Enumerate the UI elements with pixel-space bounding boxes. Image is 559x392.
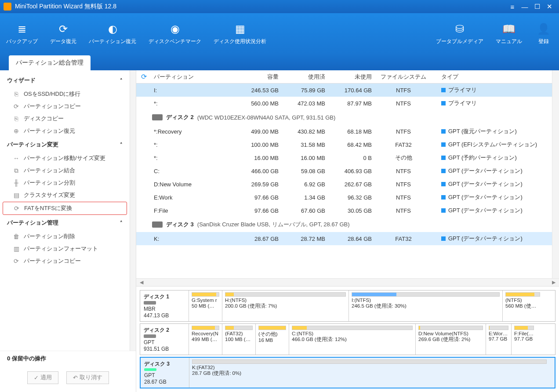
partition-row[interactable]: *:560.00 MB472.03 MB87.97 MBNTFSプライマリ bbox=[136, 97, 552, 110]
pending-operations-label: 0 保留中の操作 bbox=[0, 351, 136, 366]
migrate-os-icon: ⎘ bbox=[12, 91, 20, 98]
col-type[interactable]: タイプ bbox=[432, 73, 552, 81]
sidebar-item-label: パーティションフォーマット bbox=[24, 245, 98, 253]
partition-row[interactable]: F:File97.66 GB67.60 GB30.05 GBNTFSGPT (デ… bbox=[136, 204, 552, 217]
col-capacity[interactable]: 容量 bbox=[230, 73, 281, 81]
partition-row[interactable]: E:Work97.66 GB1.34 GB96.32 GBNTFSGPT (デー… bbox=[136, 191, 552, 204]
toolbar-partition-recovery[interactable]: ◐パーティション復元 bbox=[83, 13, 142, 54]
sidebar-item-label: パーティション復元 bbox=[24, 127, 75, 135]
disk-map[interactable]: ディスク 2GPT931.51 GBRecovery(N499 MB (使用済:… bbox=[140, 323, 555, 355]
toolbar-backup[interactable]: ≣バックアップ bbox=[0, 13, 44, 54]
disk-map-partition[interactable]: K:(FAT32)28.7 GB (使用済: 0%) bbox=[189, 358, 549, 388]
toolbar-manual[interactable]: 📖マニュアル bbox=[490, 13, 528, 54]
sidebar-item-cluster-size[interactable]: ▤クラスタサイズ変更 bbox=[0, 189, 130, 201]
col-partition[interactable]: パーティション bbox=[151, 73, 230, 81]
sidebar-item-fat-to-ntfs[interactable]: ⟳FATをNTFSに変換 bbox=[3, 202, 127, 215]
type-color-icon bbox=[441, 101, 446, 105]
merge-icon: ⧉ bbox=[12, 167, 20, 174]
sidebar-item-format[interactable]: ▥パーティションフォーマット bbox=[0, 243, 130, 255]
sidebar-item-label: FATをNTFSに変換 bbox=[24, 204, 72, 212]
sidebar-item-merge[interactable]: ⧉パーティション結合 bbox=[0, 164, 130, 177]
cancel-button[interactable]: ↶取り消す bbox=[66, 371, 109, 384]
toolbar-disk-benchmark[interactable]: ◉ディスクベンチマーク bbox=[142, 13, 207, 54]
sidebar-item-label: パーティション削除 bbox=[24, 232, 75, 240]
sidebar-item-migrate-os[interactable]: ⎘OSをSSD/HDDに移行 bbox=[0, 88, 130, 100]
sidebar-item-split[interactable]: ╫パーティション分割 bbox=[0, 177, 130, 189]
partition-row[interactable]: C:466.00 GB59.08 GB406.93 GBNTFSGPT (データ… bbox=[136, 164, 552, 178]
disk-map-partition[interactable]: D:New Volume(NTFS)269.6 GB (使用済: 2%) bbox=[415, 324, 486, 355]
sidebar-item-copy[interactable]: ⟳パーティションコピー bbox=[0, 255, 130, 267]
table-hscrollbar[interactable]: ◀▶ bbox=[136, 278, 559, 286]
type-color-icon bbox=[441, 208, 446, 213]
tab-bar: パーティション総合管理 bbox=[0, 54, 559, 70]
disk-map-partition[interactable]: (FAT32)100 MB (使用済: 31%) bbox=[222, 324, 255, 355]
toolbar-register[interactable]: 👤登録 bbox=[528, 13, 559, 54]
disk-map-partition[interactable]: Recovery(N499 MB (使用済: 86%) bbox=[189, 324, 222, 355]
sidebar-item-label: パーティションコピー bbox=[24, 257, 81, 265]
table-header: ⟳ パーティション 容量 使用済 未使用 ファイルシステム タイプ bbox=[136, 70, 552, 83]
table-vscrollbar[interactable] bbox=[552, 70, 559, 278]
partition-row[interactable]: *:100.00 MB31.58 MB68.42 MBFAT32GPT (EFI… bbox=[136, 138, 552, 151]
partition-row[interactable]: *:16.00 MB16.00 MB0 Bその他GPT (予約パーティション) bbox=[136, 151, 552, 164]
section-header[interactable]: パーティション管理˄ bbox=[0, 215, 130, 230]
disk-maps: ディスク 1MBR447.13 GBG:System r50 MB (使用済: … bbox=[136, 286, 559, 392]
toolbar-data-recovery[interactable]: ⟳データ復元 bbox=[44, 13, 83, 54]
disk-header[interactable]: ディスク 2 (WDC WD10EZEX-08WN4A0 SATA, GPT, … bbox=[136, 110, 552, 125]
toolbar-label: パーティション復元 bbox=[89, 38, 136, 45]
format-icon: ▥ bbox=[12, 245, 20, 252]
toolbar-label: ブータブルメディア bbox=[436, 38, 483, 45]
section-header[interactable]: パーティション変更˄ bbox=[0, 137, 130, 152]
type-color-icon bbox=[441, 195, 446, 200]
menu-icon[interactable]: ≡ bbox=[506, 3, 519, 11]
sidebar-scrollbar[interactable] bbox=[130, 70, 136, 351]
sidebar-item-label: OSをSSD/HDDに移行 bbox=[24, 90, 80, 98]
type-color-icon bbox=[441, 156, 446, 160]
disk-header[interactable]: ディスク 3 (SanDisk Cruzer Blade USB, リムーバブル… bbox=[136, 217, 552, 232]
disk-map[interactable]: ディスク 3GPT28.67 GBK:(FAT32)28.7 GB (使用済: … bbox=[140, 357, 555, 388]
app-logo-icon bbox=[4, 3, 11, 11]
disk-map-partition[interactable]: G:System r50 MB (使用済: 90%) bbox=[189, 290, 222, 321]
disk-map[interactable]: ディスク 1MBR447.13 GBG:System r50 MB (使用済: … bbox=[140, 290, 555, 322]
sidebar-item-partition-restore[interactable]: ⊕パーティション復元 bbox=[0, 125, 130, 137]
disk-map-partition[interactable]: I:(NTFS)246.5 GB (使用済: 30%) bbox=[348, 290, 502, 321]
sidebar-item-label: パーティションコピー bbox=[24, 102, 81, 110]
col-filesystem[interactable]: ファイルシステム bbox=[374, 73, 432, 81]
sidebar-item-disk-copy[interactable]: ⎘ディスクコピー bbox=[0, 113, 130, 125]
chevron-up-icon: ˄ bbox=[120, 78, 123, 83]
sidebar-item-move-resize[interactable]: ↔パーティション移動/サイズ変更 bbox=[0, 152, 130, 164]
partition-row[interactable]: *:Recovery499.00 MB430.82 MB68.18 MBNTFS… bbox=[136, 125, 552, 138]
sidebar-item-partition-copy[interactable]: ⟳パーティションコピー bbox=[0, 100, 130, 113]
partition-row[interactable]: I:246.53 GB75.89 GB170.64 GBNTFSプライマリ bbox=[136, 83, 552, 97]
col-used[interactable]: 使用済 bbox=[281, 73, 328, 81]
titlebar: MiniTool Partition Wizard 無料版 12.8 ≡ — ☐… bbox=[0, 0, 559, 13]
disk-map-partition[interactable]: (その他)16 MB bbox=[255, 324, 289, 355]
copy-icon: ⟳ bbox=[12, 258, 20, 265]
disk-map-partition[interactable]: H:(NTFS)200.0 GB (使用済: 7%) bbox=[222, 290, 348, 321]
tab-partition-management[interactable]: パーティション総合管理 bbox=[9, 55, 91, 70]
toolbar-bootable-media[interactable]: ⛁ブータブルメディア bbox=[430, 13, 490, 54]
disk-icon bbox=[144, 301, 156, 305]
window-title: MiniTool Partition Wizard 無料版 12.8 bbox=[15, 3, 506, 11]
sidebar-item-label: ディスクコピー bbox=[24, 115, 64, 123]
type-color-icon bbox=[441, 88, 446, 92]
maximize-button[interactable]: ☐ bbox=[531, 3, 543, 11]
close-button[interactable]: ✕ bbox=[543, 3, 555, 11]
chevron-up-icon: ˄ bbox=[120, 220, 123, 226]
minimize-button[interactable]: — bbox=[519, 3, 531, 11]
disk-map-partition[interactable]: C:(NTFS)466.0 GB (使用済: 12%) bbox=[289, 324, 415, 355]
apply-button[interactable]: ✓適用 bbox=[27, 371, 58, 384]
disk-map-partition[interactable]: (NTFS)560 MB (使用済: 84%) bbox=[502, 290, 543, 321]
toolbar-space-analyzer[interactable]: ▦ディスク使用状況分析 bbox=[207, 13, 272, 54]
type-color-icon bbox=[441, 129, 446, 134]
col-free[interactable]: 未使用 bbox=[328, 73, 374, 81]
partition-recovery-icon: ◐ bbox=[105, 22, 120, 36]
disk-map-partition[interactable]: E:Work(NTFS)97.7 GB bbox=[486, 324, 511, 355]
partition-row[interactable]: D:New Volume269.59 GB6.92 GB262.67 GBNTF… bbox=[136, 178, 552, 191]
backup-icon: ≣ bbox=[15, 22, 29, 36]
disk-map-partition[interactable]: F:File(NTFS)97.7 GB bbox=[511, 324, 537, 355]
sidebar-item-delete[interactable]: 🗑パーティション削除 bbox=[0, 230, 130, 243]
partition-row[interactable]: K:28.67 GB28.72 MB28.64 GBFAT32GPT (データパ… bbox=[136, 232, 552, 245]
section-header[interactable]: ウィザード˄ bbox=[0, 73, 130, 88]
toolbar-label: マニュアル bbox=[496, 38, 522, 45]
refresh-icon[interactable]: ⟳ bbox=[136, 73, 151, 81]
